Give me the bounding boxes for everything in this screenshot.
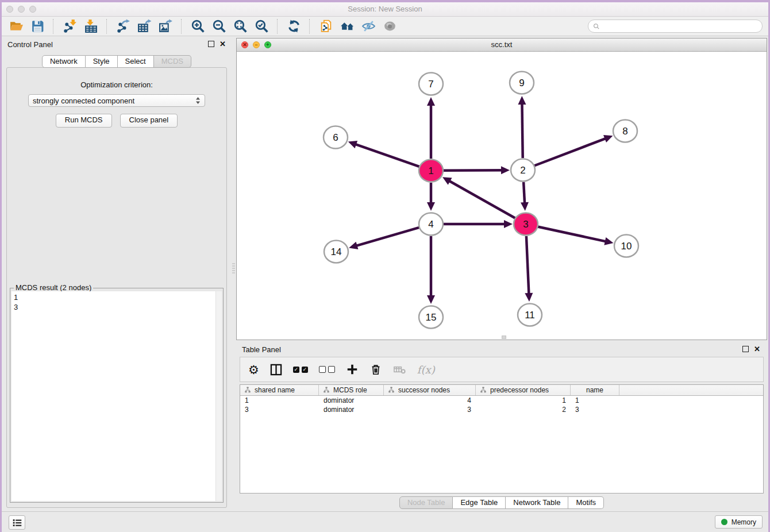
toolbar-separator [106,19,107,34]
table-tabs: Node Table Edge Table Network Table Moti… [236,494,767,511]
open-session-icon[interactable] [7,18,25,35]
graph-node-label: 10 [621,241,632,252]
close-traffic-light[interactable] [6,6,13,13]
close-table-panel-icon[interactable]: ✕ [754,346,760,352]
float-panel-icon[interactable] [208,41,214,47]
graph-node-label: 9 [519,78,524,88]
task-history-button[interactable] [9,515,25,530]
canvas-scroll-handle[interactable] [502,336,506,339]
zoom-in-icon[interactable] [189,18,206,35]
function-builder-icon: f(x) [417,364,435,376]
window-title: Session: New Session [2,2,768,16]
zoom-selected-icon[interactable] [253,18,270,35]
graph-node-label: 11 [525,310,535,321]
app-window: Session: New Session [2,2,768,532]
cell-successor-nodes: 3 [384,405,476,414]
flow-icon [480,387,487,394]
graph-edge-3-10[interactable] [538,226,610,242]
graph-node-label: 15 [426,312,437,323]
cell-name: 1 [571,396,619,405]
column-header-successor-nodes[interactable]: successor nodes [384,385,476,395]
column-header-predecessor-nodes[interactable]: predecessor nodes [476,385,571,395]
delete-column-icon[interactable] [369,363,382,376]
cell-mcds-role: dominator [319,396,384,405]
table-toolbar: ⚙ ✓✓ f(x) [240,357,764,382]
close-panel-icon[interactable]: ✕ [220,41,226,47]
network-maximize-icon[interactable]: + [264,41,271,48]
result-line: 3 [14,302,220,312]
control-panel: Control Panel ✕ Network Style Select MCD… [2,36,232,511]
zoom-fit-icon[interactable] [232,18,249,35]
tab-node-table[interactable]: Node Table [399,496,453,509]
minimize-traffic-light[interactable] [18,6,25,13]
result-scrollbar[interactable] [215,291,222,501]
optimization-criterion-select[interactable]: strongly connected component [28,94,205,107]
float-table-panel-icon[interactable] [742,346,749,352]
toggle-hide-icon[interactable] [360,18,377,35]
graph-edge-1-2[interactable] [443,170,506,171]
tab-network-table[interactable]: Network Table [506,496,568,509]
cell-predecessor-nodes: 2 [476,405,571,414]
graph-edge-4-14[interactable] [352,228,419,247]
column-header-name[interactable]: name [571,385,619,395]
table-panel-header: Table Panel ✕ [236,340,767,355]
graph-edge-arrowhead [501,166,510,174]
clone-network-icon[interactable] [317,18,334,35]
import-table-icon[interactable] [82,18,99,35]
network-canvas[interactable]: 7968124314101511 [237,52,767,340]
cell-shared-name: 3 [240,405,319,414]
status-bar: Memory [2,511,768,532]
search-icon [593,23,600,30]
gear-icon[interactable]: ⚙ [248,364,259,376]
memory-label: Memory [732,518,756,526]
network-minimize-icon[interactable]: − [253,41,260,48]
memory-button[interactable]: Memory [715,515,763,529]
table-row[interactable]: 3 dominator 3 2 3 [240,405,763,414]
zoom-out-icon[interactable] [210,18,228,35]
maximize-traffic-light[interactable] [29,6,36,13]
tab-edge-table[interactable]: Edge Table [453,496,506,509]
list-icon [11,517,23,529]
graph-edge-2-8[interactable] [534,137,610,165]
tab-network[interactable]: Network [42,55,86,68]
export-image-icon[interactable] [157,18,174,35]
tab-select[interactable]: Select [118,55,154,68]
search-input[interactable] [603,21,757,31]
export-table-icon[interactable] [136,18,153,35]
close-panel-button[interactable]: Close panel [120,114,178,128]
tab-style[interactable]: Style [86,55,118,68]
graph-edge-arrowhead [349,242,358,249]
select-all-icon[interactable]: ✓✓ [293,367,308,373]
graph-node-label: 14 [331,246,342,257]
graph-edge-2-9[interactable] [522,99,522,158]
network-close-icon[interactable]: ✕ [241,41,248,48]
splitter-grip[interactable] [232,263,235,275]
show-all-icon[interactable] [381,18,398,35]
mcds-result-field: MCDS result (2 nodes) 1 3 [10,288,224,503]
select-none-icon[interactable] [319,366,335,373]
column-browser-icon[interactable] [270,364,282,376]
import-network-icon[interactable] [61,18,78,35]
graph-edge-3-1[interactable] [445,179,515,218]
home-icon[interactable] [338,18,356,35]
mcds-result-text[interactable]: 1 3 [11,291,222,501]
save-session-icon[interactable] [29,18,46,35]
add-column-icon[interactable] [346,363,359,376]
graph-edge-3-11[interactable] [526,236,529,298]
cell-predecessor-nodes: 1 [476,396,571,405]
graph-edge-1-6[interactable] [351,143,419,167]
tab-mcds[interactable]: MCDS [154,55,191,68]
flow-icon [244,387,251,394]
column-header-shared-name[interactable]: shared name [240,385,319,395]
tab-motifs[interactable]: Motifs [568,496,604,509]
table-row[interactable]: 1 dominator 4 1 1 [240,396,763,405]
refresh-layout-icon[interactable] [285,18,302,35]
export-network-icon[interactable] [114,18,132,35]
run-mcds-button[interactable]: Run MCDS [56,114,112,128]
panel-splitter[interactable] [232,36,236,511]
flow-icon [323,387,330,394]
toolbar-separator [309,19,310,34]
control-panel-tabs: Network Style Select MCDS [2,55,232,68]
search-field[interactable] [588,20,763,33]
column-header-mcds-role[interactable]: MCDS role [319,385,384,395]
